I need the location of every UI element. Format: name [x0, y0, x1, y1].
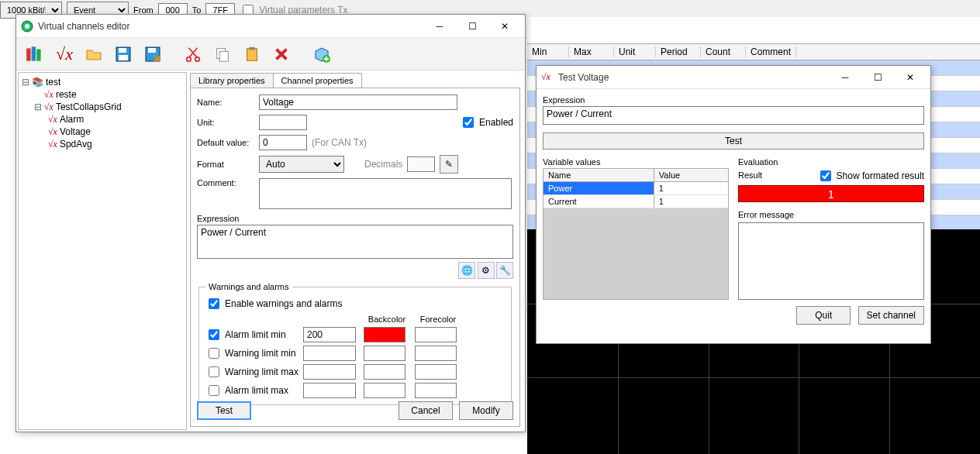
vce-title: Virtual channels editor: [38, 21, 424, 32]
table-row[interactable]: Power1: [543, 182, 728, 195]
tree-root[interactable]: ⊟📚test: [20, 76, 185, 88]
tab-library-properties[interactable]: Library properties: [190, 73, 274, 88]
tvw-expr-label: Expression: [543, 95, 924, 105]
svg-rect-2: [26, 48, 30, 60]
tree-item-voltage[interactable]: √xVoltage: [20, 126, 185, 138]
unit-input[interactable]: [259, 115, 307, 130]
tree-item-testcollapsgrid[interactable]: ⊟√xTestCollapsGrid: [20, 101, 185, 113]
expression-input[interactable]: Power / Current: [197, 225, 513, 259]
quit-button[interactable]: Quit: [796, 306, 851, 325]
show-formatted-checkbox[interactable]: Show formated result: [817, 168, 924, 184]
svg-rect-3: [32, 46, 36, 60]
warn-min-check[interactable]: Warning limit min: [205, 346, 298, 361]
minimize-button[interactable]: ─: [424, 15, 455, 37]
books-icon[interactable]: [22, 42, 47, 67]
err-label: Error message: [738, 210, 924, 219]
vce-titlebar[interactable]: Virtual channels editor ─ ☐ ✕: [16, 15, 525, 38]
result-label: Result: [738, 170, 817, 180]
default-hint: (For CAN Tx): [312, 137, 367, 148]
expr-helper3-icon[interactable]: 🔧: [496, 262, 513, 279]
forecolor-header: Forecolor: [415, 315, 461, 324]
eval-label: Evaluation: [738, 157, 924, 167]
col-name: Name: [543, 169, 654, 181]
alarm-max-backcolor[interactable]: [364, 383, 405, 398]
paste-icon[interactable]: [240, 42, 264, 67]
cancel-button[interactable]: Cancel: [399, 401, 453, 420]
bg-column-headers: Min Max Unit Period Count Comment: [527, 43, 980, 60]
alarms-fieldset: Warnings and alarms Enable warnings and …: [198, 282, 512, 405]
table-row[interactable]: Current1: [543, 195, 728, 208]
test-voltage-window: √x Test Voltage ─ ☐ ✕ Expression Power /…: [536, 65, 931, 344]
properties-pane: Library properties Channel properties Na…: [188, 71, 525, 432]
close-button[interactable]: ✕: [895, 67, 926, 88]
svg-point-11: [195, 57, 200, 61]
variable-table[interactable]: Name Value Power1 Current1: [543, 168, 729, 300]
result-box: 1: [738, 185, 924, 202]
set-channel-button[interactable]: Set channel: [858, 306, 924, 325]
test-button[interactable]: Test: [197, 401, 251, 420]
backcolor-header: Backcolor: [364, 315, 410, 324]
alarm-min-backcolor[interactable]: [364, 327, 405, 342]
svg-rect-15: [249, 46, 254, 50]
tree-item-reste[interactable]: √xreste: [20, 88, 185, 101]
warn-max-backcolor[interactable]: [364, 364, 405, 380]
default-input[interactable]: [259, 135, 307, 150]
format-select[interactable]: Auto: [259, 156, 344, 173]
svg-rect-14: [247, 48, 257, 60]
name-input[interactable]: [259, 95, 457, 110]
formula-icon[interactable]: √x: [52, 42, 77, 67]
maximize-button[interactable]: ☐: [457, 15, 488, 37]
tvw-titlebar[interactable]: √x Test Voltage ─ ☐ ✕: [537, 66, 930, 89]
save-icon[interactable]: [111, 42, 136, 67]
svg-point-10: [187, 57, 192, 61]
alarm-max-input[interactable]: [303, 383, 356, 398]
tree-item-alarm[interactable]: √xAlarm: [20, 113, 185, 126]
vce-toolbar: √x: [16, 38, 525, 71]
saveas-icon[interactable]: [140, 42, 165, 67]
open-icon[interactable]: [81, 42, 106, 67]
modify-button[interactable]: Modify: [459, 401, 513, 420]
svg-rect-4: [36, 49, 40, 60]
alarm-min-input[interactable]: [303, 327, 356, 342]
enabled-checkbox[interactable]: Enabled: [460, 115, 513, 130]
close-button[interactable]: ✕: [489, 15, 520, 37]
warn-max-check[interactable]: Warning limit max: [205, 364, 298, 380]
unit-label: Unit:: [197, 118, 254, 127]
package-add-icon[interactable]: [309, 42, 334, 67]
expression-label: Expression: [197, 214, 513, 223]
alarm-max-forecolor[interactable]: [415, 383, 457, 398]
alarm-min-forecolor[interactable]: [415, 327, 457, 342]
name-label: Name:: [197, 98, 254, 107]
delete-icon[interactable]: [269, 42, 294, 67]
warn-min-backcolor[interactable]: [364, 346, 405, 361]
virtual-channels-editor-window: Virtual channels editor ─ ☐ ✕ √x ⊟📚test …: [16, 14, 526, 432]
edit-format-button[interactable]: ✎: [440, 155, 458, 174]
svg-rect-6: [119, 48, 126, 53]
alarms-legend: Warnings and alarms: [205, 282, 292, 291]
vars-label: Variable values: [543, 157, 729, 167]
enable-alarms-checkbox[interactable]: Enable warnings and alarms: [205, 296, 342, 311]
warn-max-forecolor[interactable]: [415, 364, 457, 380]
channel-tree[interactable]: ⊟📚test √xreste ⊟√xTestCollapsGrid √xAlar…: [18, 72, 187, 430]
comment-input[interactable]: [259, 178, 512, 209]
minimize-button[interactable]: ─: [830, 67, 861, 88]
svg-rect-9: [148, 48, 156, 53]
warn-min-forecolor[interactable]: [415, 346, 457, 361]
tree-item-spdavg[interactable]: √xSpdAvg: [20, 138, 185, 150]
cut-icon[interactable]: [181, 42, 205, 67]
tvw-test-button[interactable]: Test: [543, 132, 924, 150]
warn-min-input[interactable]: [303, 346, 356, 361]
expr-helper1-icon[interactable]: 🌐: [458, 262, 475, 279]
copy-icon[interactable]: [210, 42, 235, 67]
maximize-button[interactable]: ☐: [862, 67, 893, 88]
tvw-expr-input[interactable]: Power / Current: [543, 106, 924, 125]
alarm-min-check[interactable]: Alarm limit min: [205, 327, 298, 342]
decimals-input: [407, 156, 435, 172]
error-box: [738, 222, 924, 300]
svg-rect-7: [119, 55, 128, 60]
decimals-label: Decimals: [364, 159, 402, 170]
tab-channel-properties[interactable]: Channel properties: [273, 73, 362, 88]
expr-helper2-icon[interactable]: ⚙: [478, 262, 495, 279]
warn-max-input[interactable]: [303, 364, 356, 380]
alarm-max-check[interactable]: Alarm limit max: [205, 383, 298, 398]
